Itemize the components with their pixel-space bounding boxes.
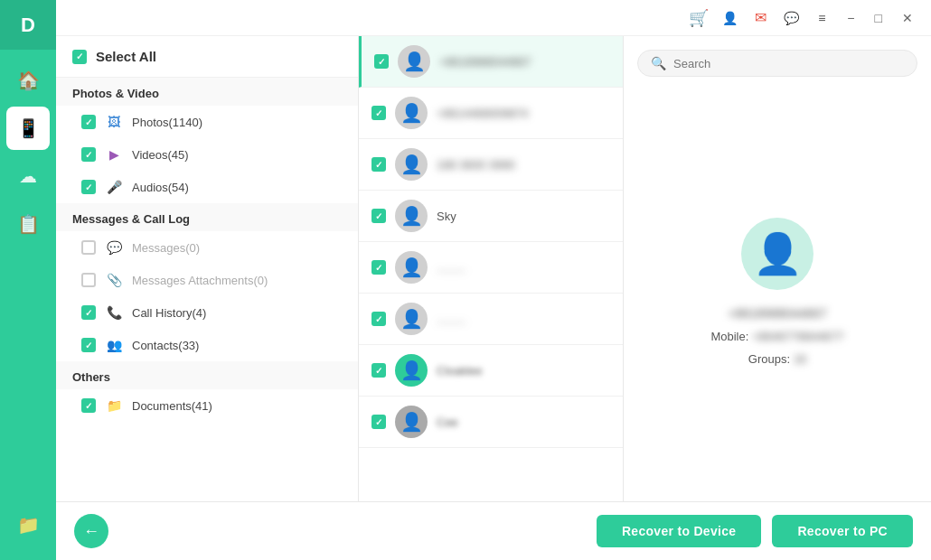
contact-3-name: Sky bbox=[437, 210, 456, 223]
contact-1-checkbox[interactable] bbox=[371, 106, 386, 120]
sidebar-item-files[interactable]: 📋 bbox=[6, 202, 50, 246]
tree-item-msg-attachments[interactable]: 📎 Messages Attachments(0) bbox=[56, 264, 358, 296]
sidebar-bottom: 📁 bbox=[6, 503, 50, 560]
recover-to-device-button[interactable]: Recover to Device bbox=[597, 515, 762, 547]
contact-4-checkbox[interactable] bbox=[371, 260, 386, 275]
sidebar-item-home[interactable]: 🏠 bbox=[6, 59, 50, 102]
msg-attach-checkbox[interactable] bbox=[81, 273, 96, 287]
documents-label: Documents(41) bbox=[132, 399, 212, 413]
contact-row-3[interactable]: 👤 Sky bbox=[359, 191, 623, 242]
contact-0-name: +8618988044667 bbox=[439, 55, 531, 69]
contact-row-1[interactable]: 👤 +8614468009874 bbox=[359, 88, 623, 139]
phone-icon: 📞 bbox=[105, 303, 123, 322]
contact-0-checkbox[interactable] bbox=[374, 54, 389, 69]
sidebar-item-folder[interactable]: 📁 bbox=[6, 503, 50, 546]
sidebar: D 🏠 📱 ☁ 📋 📁 bbox=[0, 0, 56, 560]
select-all-checkbox[interactable] bbox=[72, 50, 87, 64]
audios-label: Audios(54) bbox=[132, 181, 189, 194]
contact-row-6[interactable]: 👤 Cloaklee bbox=[359, 345, 623, 397]
contact-7-checkbox[interactable] bbox=[371, 415, 386, 429]
detail-groups: Groups: 16 bbox=[748, 352, 806, 366]
contact-4-avatar: 👤 bbox=[395, 251, 428, 284]
cart-icon[interactable]: 🛒 bbox=[689, 8, 709, 28]
contact-row-2[interactable]: 👤 188 3600 3990 bbox=[359, 139, 623, 191]
maximize-button[interactable]: □ bbox=[870, 9, 887, 27]
msg-attachments-label: Messages Attachments(0) bbox=[132, 274, 268, 287]
contact-6-checkbox[interactable] bbox=[371, 363, 386, 378]
contact-row-7[interactable]: 👤 Cee bbox=[359, 397, 623, 448]
section-messages-calllog: Messages & Call Log bbox=[56, 203, 358, 231]
mail-icon[interactable]: ✉ bbox=[750, 8, 770, 28]
contact-row-0[interactable]: 👤 +8618988044667 bbox=[359, 36, 623, 88]
contact-1-name: +8614468009874 bbox=[437, 107, 529, 120]
select-all-label: Select All bbox=[96, 49, 156, 64]
documents-checkbox[interactable] bbox=[81, 398, 96, 413]
title-bar: 🛒 👤 ✉ 💬 ≡ − □ ✕ bbox=[56, 0, 931, 36]
audios-checkbox[interactable] bbox=[81, 180, 96, 194]
section-photos-video: Photos & Video bbox=[56, 78, 358, 106]
tree-item-videos[interactable]: ▶ Videos(45) bbox=[56, 138, 358, 171]
tree-item-messages[interactable]: 💬 Messages(0) bbox=[56, 231, 358, 264]
videos-label: Videos(45) bbox=[132, 148, 189, 162]
contact-2-checkbox[interactable] bbox=[371, 157, 386, 172]
audio-icon: 🎤 bbox=[105, 178, 123, 196]
attachment-icon: 📎 bbox=[105, 271, 123, 289]
select-all-row[interactable]: Select All bbox=[56, 36, 358, 78]
photos-checkbox[interactable] bbox=[81, 115, 96, 129]
contact-5-name: ......... bbox=[437, 313, 466, 326]
user-icon[interactable]: 👤 bbox=[719, 8, 739, 28]
contacts-label: Contacts(33) bbox=[132, 339, 199, 352]
detail-avatar: 👤 bbox=[741, 218, 813, 290]
video-icon: ▶ bbox=[105, 145, 123, 163]
detail-phone-number: +8618988044667 bbox=[728, 306, 826, 321]
app-logo: D bbox=[0, 0, 56, 50]
recover-to-pc-button[interactable]: Recover to PC bbox=[772, 515, 913, 547]
minimize-button[interactable]: − bbox=[842, 9, 859, 27]
sidebar-item-phone[interactable]: 📱 bbox=[6, 107, 50, 150]
contact-2-avatar: 👤 bbox=[395, 148, 428, 181]
contact-row-4[interactable]: 👤 ......... bbox=[359, 242, 623, 294]
main-content: 🛒 👤 ✉ 💬 ≡ − □ ✕ Select All Photos & Vide… bbox=[56, 0, 931, 560]
contact-5-checkbox[interactable] bbox=[371, 312, 386, 326]
contact-1-avatar: 👤 bbox=[395, 97, 428, 129]
contact-list: 👤 +8618988044667 👤 +8614468009874 👤 188 … bbox=[359, 36, 624, 501]
back-button[interactable]: ← bbox=[74, 514, 108, 548]
photos-label: Photos(1140) bbox=[132, 116, 202, 129]
contact-7-avatar: 👤 bbox=[395, 406, 428, 438]
tree-item-contacts[interactable]: 👥 Contacts(33) bbox=[56, 329, 358, 361]
chat-icon[interactable]: 💬 bbox=[781, 8, 801, 28]
mobile-value: +8646778844677 bbox=[752, 330, 844, 343]
detail-mobile: Mobile: +8646778844677 bbox=[710, 330, 843, 343]
bottom-bar: ← Recover to Device Recover to PC bbox=[56, 501, 931, 560]
tree-item-call-history[interactable]: 📞 Call History(4) bbox=[56, 296, 358, 329]
search-icon: 🔍 bbox=[651, 56, 666, 70]
section-others: Others bbox=[56, 361, 358, 389]
groups-label: Groups: bbox=[748, 352, 790, 366]
mobile-label: Mobile: bbox=[710, 330, 748, 343]
sidebar-item-cloud[interactable]: ☁ bbox=[6, 154, 50, 198]
close-button[interactable]: ✕ bbox=[898, 9, 917, 27]
menu-icon[interactable]: ≡ bbox=[812, 8, 832, 28]
body-area: Select All Photos & Video 🖼 Photos(1140)… bbox=[56, 36, 931, 501]
search-input[interactable] bbox=[673, 57, 904, 70]
contact-6-name: Cloaklee bbox=[437, 364, 483, 378]
right-panel: 🔍 👤 +8618988044667 Mobile: +864677884467… bbox=[624, 36, 931, 501]
contact-2-name: 188 3600 3990 bbox=[437, 158, 515, 172]
folder-icon: 📁 bbox=[105, 397, 123, 415]
contact-3-avatar: 👤 bbox=[395, 200, 428, 232]
photo-icon: 🖼 bbox=[105, 113, 123, 131]
call-history-checkbox[interactable] bbox=[81, 305, 96, 320]
contacts-checkbox[interactable] bbox=[81, 338, 96, 352]
contact-5-avatar: 👤 bbox=[395, 303, 428, 335]
tree-item-photos[interactable]: 🖼 Photos(1140) bbox=[56, 106, 358, 138]
videos-checkbox[interactable] bbox=[81, 147, 96, 162]
search-bar[interactable]: 🔍 bbox=[637, 50, 917, 77]
call-history-label: Call History(4) bbox=[132, 306, 206, 320]
left-panel: Select All Photos & Video 🖼 Photos(1140)… bbox=[56, 36, 359, 501]
tree-item-documents[interactable]: 📁 Documents(41) bbox=[56, 389, 358, 422]
messages-checkbox[interactable] bbox=[81, 240, 96, 255]
tree-item-audios[interactable]: 🎤 Audios(54) bbox=[56, 171, 358, 203]
contact-3-checkbox[interactable] bbox=[371, 209, 386, 223]
contact-row-5[interactable]: 👤 ......... bbox=[359, 294, 623, 345]
contact-detail: 👤 +8618988044667 Mobile: +8646778844677 … bbox=[637, 95, 917, 488]
